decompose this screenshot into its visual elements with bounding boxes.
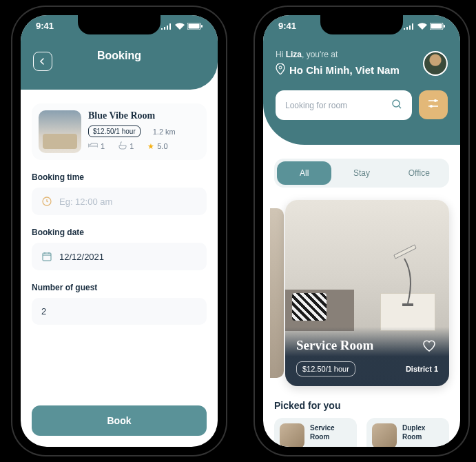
location-text: Ho Chi Minh, Viet Nam [289, 64, 400, 76]
tab-office[interactable]: Office [392, 161, 446, 185]
category-tabs: All Stay Office [274, 159, 449, 188]
time-input[interactable]: Eg: 12:00 am [32, 188, 207, 215]
search-input[interactable]: Looking for room [276, 90, 412, 120]
pin-icon [276, 63, 285, 77]
bed-icon [88, 142, 98, 150]
svg-rect-4 [43, 253, 51, 261]
svg-rect-1 [189, 23, 200, 28]
guest-value: 2 [41, 306, 46, 317]
feature-title: Service Room [296, 338, 373, 353]
svg-point-8 [279, 66, 282, 69]
svg-rect-2 [201, 25, 203, 28]
status-time: 9:41 [278, 21, 296, 31]
favorite-button[interactable] [420, 337, 438, 354]
tab-stay[interactable]: Stay [334, 161, 389, 185]
search-icon [391, 99, 402, 112]
section-title: Picked for you [274, 400, 449, 411]
calendar-icon [41, 251, 52, 262]
feature-card[interactable]: Service Room $12.50/1 hour District 1 [285, 200, 449, 386]
svg-point-10 [434, 99, 437, 102]
room-thumbnail [39, 110, 81, 153]
bath-icon [118, 141, 127, 151]
pick-thumbnail [280, 423, 304, 447]
pick-name: Service Room [310, 423, 351, 441]
lamp-graphic [387, 241, 422, 310]
status-indicators [404, 21, 445, 31]
date-value: 12/12/2021 [59, 252, 104, 262]
star-icon: ★ [147, 142, 154, 151]
status-indicators [161, 21, 203, 31]
time-label: Booking time [32, 172, 207, 182]
room-rating: 5.0 [157, 142, 167, 150]
greeting: Hi Liza, you're at [276, 50, 448, 59]
status-time: 9:41 [36, 21, 54, 31]
pick-card[interactable]: Duplex Room [366, 418, 449, 447]
search-placeholder: Looking for room [285, 101, 347, 110]
bed-count: 1 [101, 142, 105, 150]
guest-label: Number of guest [32, 283, 207, 292]
bath-count: 1 [130, 142, 134, 150]
feature-price: $12.50/1 hour [296, 361, 355, 376]
pick-name: Duplex Room [402, 423, 444, 441]
svg-rect-6 [431, 23, 442, 28]
room-price: $12.50/1 hour [88, 125, 141, 137]
date-input[interactable]: 12/12/2021 [32, 243, 207, 270]
date-label: Booking date [32, 228, 207, 237]
svg-rect-12 [402, 303, 413, 306]
sliders-icon [427, 97, 439, 112]
clock-icon [41, 196, 52, 207]
feature-card-peek[interactable] [270, 208, 284, 378]
svg-point-9 [393, 100, 400, 107]
location-row[interactable]: Ho Chi Minh, Viet Nam [276, 63, 448, 77]
time-placeholder: Eg: 12:00 am [59, 197, 112, 207]
svg-rect-7 [444, 25, 445, 28]
room-name: Blue Vibe Room [88, 110, 200, 121]
book-button[interactable]: Book [32, 405, 207, 436]
pick-card[interactable]: Service Room [274, 418, 357, 447]
svg-point-11 [430, 105, 433, 108]
filter-button[interactable] [419, 90, 448, 119]
guest-input[interactable]: 2 [32, 298, 207, 325]
room-summary-card: Blue Vibe Room $12.50/1 hour 1.2 km 1 1 [32, 103, 207, 160]
back-button[interactable] [33, 52, 52, 71]
room-distance: 1.2 km [153, 128, 176, 136]
avatar[interactable] [423, 51, 448, 76]
pick-thumbnail [372, 423, 397, 447]
feature-location: District 1 [406, 365, 438, 373]
tab-all[interactable]: All [277, 161, 331, 185]
